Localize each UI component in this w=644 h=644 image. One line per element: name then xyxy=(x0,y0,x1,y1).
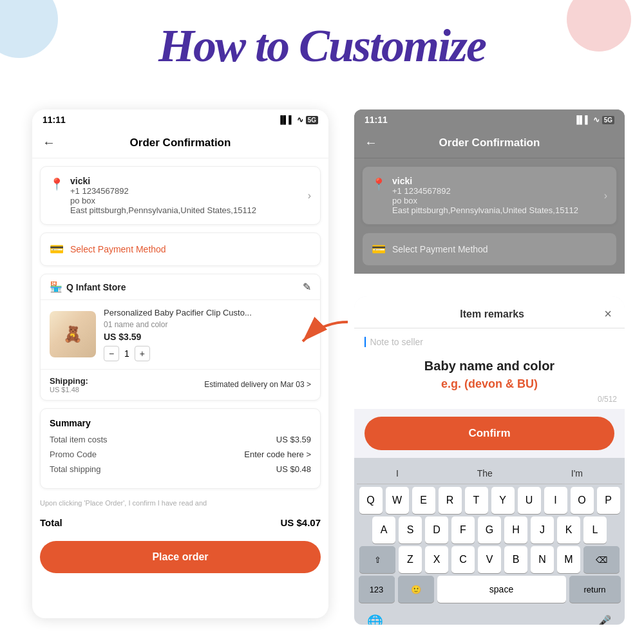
key-A[interactable]: A xyxy=(372,516,395,544)
payment-method-row[interactable]: 💳 Select Payment Method xyxy=(40,232,321,266)
key-U[interactable]: U xyxy=(518,487,541,514)
right-address-info: vicki +1 1234567892 po box East pittsbur… xyxy=(392,176,604,215)
address-street: po box xyxy=(70,196,308,205)
key-M[interactable]: M xyxy=(557,546,580,573)
key-G[interactable]: G xyxy=(478,516,501,544)
key-T[interactable]: T xyxy=(465,487,488,514)
item-remarks-modal: Item remarks × Note to seller Baby name … xyxy=(354,296,625,625)
right-panel-dark-bg: 11:11 ▐▌▌ ∿ 5G ← Order Confirmation 📍 vi… xyxy=(354,109,625,274)
red-arrow-indicator xyxy=(270,316,354,354)
key-Q[interactable]: Q xyxy=(359,487,383,514)
right-address-city: East pittsburgh,Pennsylvania,United Stat… xyxy=(392,205,604,215)
right-nav-title: Order Confirmation xyxy=(385,137,594,149)
left-back-button[interactable]: ← xyxy=(43,135,55,150)
page-title: How to Customize xyxy=(158,19,486,73)
address-info: vicki +1 1234567892 po box East pittsbur… xyxy=(70,176,308,215)
suggestion-im[interactable]: I'm xyxy=(564,467,591,480)
note-input-area[interactable]: Note to seller Baby name and color e.g. … xyxy=(354,328,625,409)
confirm-button[interactable]: Confirm xyxy=(365,417,614,450)
modal-header: Item remarks × xyxy=(354,296,625,328)
qty-increase-button[interactable]: + xyxy=(135,346,150,361)
wifi-icon: ∿ xyxy=(297,115,303,124)
key-O[interactable]: O xyxy=(571,487,594,514)
shipping-row: Shipping: US $1.48 Estimated delivery on… xyxy=(41,369,320,400)
suggestion-the[interactable]: The xyxy=(469,467,500,480)
store-header: 🏪 Q Infant Store ✎ xyxy=(41,274,320,300)
shipping-cost: US $1.48 xyxy=(50,386,88,393)
key-W[interactable]: W xyxy=(386,487,409,514)
key-L[interactable]: L xyxy=(583,516,607,544)
key-C[interactable]: C xyxy=(451,546,475,573)
keyboard-bottom-row: 🌐 🎤 xyxy=(357,605,622,625)
address-city: East pittsburgh,Pennsylvania,United Stat… xyxy=(70,205,308,215)
note-content: Note to seller xyxy=(365,336,614,348)
location-icon: 📍 xyxy=(50,177,64,191)
disclaimer-text: Upon clicking 'Place Order', I confirm I… xyxy=(40,497,321,509)
shift-key[interactable]: ⇧ xyxy=(359,546,395,573)
left-nav-bar: ← Order Confirmation xyxy=(32,130,328,158)
summary-item-cost-row: Total item costs US $3.59 xyxy=(50,435,311,444)
left-phone-panel: 11:11 ▐▌▌ ∿ 5G ← Order Confirmation 📍 vi… xyxy=(32,109,328,618)
promo-value[interactable]: Enter code here > xyxy=(244,450,311,459)
store-icon: 🏪 xyxy=(50,281,62,293)
summary-promo-row[interactable]: Promo Code Enter code here > xyxy=(50,450,311,459)
total-shipping-label: Total shipping xyxy=(50,464,101,474)
right-time: 11:11 xyxy=(365,115,388,125)
payment-icon: 💳 xyxy=(50,242,64,256)
key-J[interactable]: J xyxy=(531,516,554,544)
shipping-info: Shipping: US $1.48 xyxy=(50,376,88,393)
left-nav-title: Order Confirmation xyxy=(63,137,298,149)
key-K[interactable]: K xyxy=(557,516,580,544)
right-wifi-icon: ∿ xyxy=(593,115,600,124)
mic-key[interactable]: 🎤 xyxy=(591,608,617,625)
key-Z[interactable]: Z xyxy=(399,546,422,573)
globe-key[interactable]: 🌐 xyxy=(362,608,388,625)
space-key[interactable]: space xyxy=(437,576,566,603)
emoji-key[interactable]: 🙂 xyxy=(398,576,434,603)
note-icon[interactable]: ✎ xyxy=(303,281,311,293)
right-status-icons: ▐▌▌ ∿ 5G xyxy=(574,115,614,124)
qty-decrease-button[interactable]: − xyxy=(104,346,119,361)
total-value: US $4.07 xyxy=(280,517,321,528)
total-shipping-value: US $0.48 xyxy=(276,464,311,474)
key-I[interactable]: I xyxy=(544,487,567,514)
place-order-button[interactable]: Place order xyxy=(40,541,321,573)
suggestion-i[interactable]: I xyxy=(388,467,406,480)
right-back-button[interactable]: ← xyxy=(365,135,377,150)
address-card[interactable]: 📍 vicki +1 1234567892 po box East pittsb… xyxy=(40,166,321,225)
right-payment-label: Select Payment Method xyxy=(392,244,488,254)
keyboard-row-4: 123 🙂 space return xyxy=(357,576,622,603)
key-R[interactable]: R xyxy=(439,487,462,514)
key-N[interactable]: N xyxy=(531,546,554,573)
instruction-overlay: Baby name and color e.g. (devon & BU) xyxy=(375,348,604,401)
note-placeholder: Note to seller xyxy=(370,337,422,347)
right-address-chevron-icon: › xyxy=(604,190,607,202)
modal-close-button[interactable]: × xyxy=(604,307,612,321)
delete-key[interactable]: ⌫ xyxy=(583,546,620,573)
key-V[interactable]: V xyxy=(478,546,501,573)
key-D[interactable]: D xyxy=(425,516,448,544)
key-F[interactable]: F xyxy=(451,516,475,544)
total-row: Total US $4.07 xyxy=(32,509,328,536)
key-E[interactable]: E xyxy=(412,487,435,514)
right-address-phone: +1 1234567892 xyxy=(392,186,604,196)
key-X[interactable]: X xyxy=(425,546,448,573)
keyboard: I The I'm Q W E R T Y U I O P A S D xyxy=(354,458,625,625)
summary-shipping-row: Total shipping US $0.48 xyxy=(50,464,311,474)
instruction-main-text: Baby name and color xyxy=(385,358,594,374)
key-Y[interactable]: Y xyxy=(491,487,515,514)
key-S[interactable]: S xyxy=(399,516,422,544)
payment-label: Select Payment Method xyxy=(70,244,166,254)
key-B[interactable]: B xyxy=(504,546,527,573)
key-H[interactable]: H xyxy=(504,516,527,544)
numbers-key[interactable]: 123 xyxy=(359,576,395,603)
address-phone: +1 1234567892 xyxy=(70,186,308,196)
char-count: 0/512 xyxy=(598,395,617,404)
return-key[interactable]: return xyxy=(569,576,621,603)
right-status-bar: 11:11 ▐▌▌ ∿ 5G xyxy=(354,109,625,130)
product-thumbnail: 🧸 xyxy=(50,311,96,357)
shipping-label: Shipping: xyxy=(50,376,88,386)
key-P[interactable]: P xyxy=(597,487,620,514)
right-phone-panel: 11:11 ▐▌▌ ∿ 5G ← Order Confirmation 📍 vi… xyxy=(354,109,625,625)
right-spacer xyxy=(354,266,625,274)
